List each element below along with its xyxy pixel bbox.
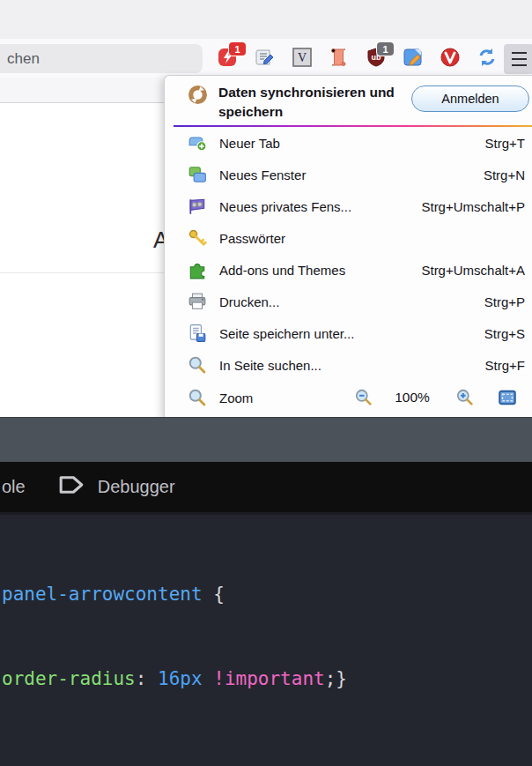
extension-badge: 1: [377, 42, 394, 56]
menu-item-shortcut: Strg+F: [485, 358, 525, 373]
menu-item-zoom: Zoom 100%: [165, 381, 532, 414]
lightning-extension-button[interactable]: 1: [218, 48, 239, 70]
menu-item-new-window[interactable]: Neues Fenster Strg+N: [165, 159, 532, 190]
page-divider: [0, 272, 164, 273]
vimium-extension-button[interactable]: [440, 48, 461, 70]
sync-header-row[interactable]: Daten synchronisieren und speichern Anme…: [165, 76, 532, 125]
new-tab-icon: [188, 133, 207, 152]
menu-item-shortcut: Strg+Umschalt+P: [421, 199, 525, 214]
stylus-icon: [403, 47, 424, 71]
menu-item-label: Passwörter: [219, 231, 285, 246]
menu-item-new-tab[interactable]: Neuer Tab Strg+T: [165, 127, 532, 159]
new-window-icon: [188, 165, 207, 184]
ublock-extension-button[interactable]: ub 1: [366, 48, 387, 70]
sync-arrows-icon: [477, 47, 498, 71]
app-menu-panel: Daten synchronisieren und speichern Anme…: [164, 75, 532, 417]
private-window-icon: [188, 197, 207, 216]
devtools-code-editor[interactable]: panel-arrowcontent { order-radius: 16px …: [0, 515, 532, 766]
tab-console-partial[interactable]: ole: [2, 477, 26, 497]
url-bar[interactable]: chen: [0, 44, 203, 73]
menu-item-passwords[interactable]: Passwörter: [165, 222, 532, 254]
code-line: panel-arrowcontent {: [0, 580, 532, 608]
sync-extension-button[interactable]: [477, 48, 498, 70]
hamburger-menu-button[interactable]: [504, 44, 532, 74]
script-pencil-icon: [255, 47, 276, 71]
menu-item-label: Neues privates Fens...: [219, 199, 351, 214]
menu-item-label: Add-ons und Themes: [219, 263, 345, 278]
sync-header-label: Daten synchronisieren und speichern: [218, 83, 405, 122]
v-square-icon: V: [292, 47, 313, 71]
menu-item-find-in-page[interactable]: In Seite suchen... Strg+F: [165, 349, 532, 381]
zoom-out-button[interactable]: [354, 388, 373, 407]
print-icon: [188, 292, 207, 311]
menu-item-save-page[interactable]: Seite speichern unter... Strg+S: [165, 317, 532, 349]
menu-item-print[interactable]: Drucken... Strg+P: [165, 286, 532, 317]
zoom-level-value[interactable]: 100%: [389, 390, 435, 409]
zoom-magnifier-icon: [188, 388, 207, 407]
fullscreen-button[interactable]: [498, 388, 517, 407]
addons-puzzle-icon: [188, 260, 207, 279]
url-bar-text: chen: [7, 50, 40, 68]
scroll-icon: [329, 47, 350, 71]
menu-item-label: Neuer Tab: [219, 136, 280, 151]
menu-item-shortcut: Strg+T: [485, 136, 525, 151]
v-square-extension-button[interactable]: V: [292, 48, 313, 70]
menu-item-label: In Seite suchen...: [219, 358, 321, 373]
menu-item-shortcut: Strg+P: [484, 294, 525, 309]
passwords-key-icon: [188, 228, 207, 248]
tab-debugger[interactable]: Debugger: [57, 473, 175, 501]
menu-item-label: Seite speichern unter...: [219, 326, 354, 341]
save-page-icon: [188, 324, 207, 343]
hamburger-icon: [512, 52, 527, 54]
debugger-tag-icon: [57, 473, 85, 501]
menu-item-shortcut: Strg+N: [484, 167, 525, 182]
vimium-icon: [440, 47, 461, 71]
extension-toolbar: 1 V ub 1: [218, 44, 498, 74]
devtools-splitter[interactable]: [0, 417, 532, 463]
tab-debugger-label: Debugger: [98, 477, 175, 497]
userscript-extension-button[interactable]: [255, 48, 276, 70]
devtools-tab-bar: ole Debugger: [0, 462, 532, 515]
menu-item-label: Neues Fenster: [219, 167, 306, 182]
menu-item-addons[interactable]: Add-ons und Themes Strg+Umschalt+A: [165, 254, 532, 286]
zoom-label: Zoom: [219, 390, 253, 405]
stylus-extension-button[interactable]: [403, 48, 424, 70]
menu-item-label: Drucken...: [219, 294, 279, 309]
menu-item-private-window[interactable]: Neues privates Fens... Strg+Umschalt+P: [165, 190, 532, 222]
sign-in-button[interactable]: Anmelden: [411, 86, 529, 112]
extension-badge: 1: [229, 42, 246, 56]
sync-donut-icon: [188, 85, 208, 108]
menu-item-shortcut: Strg+S: [484, 326, 525, 341]
menu-item-shortcut: Strg+Umschalt+A: [421, 263, 525, 278]
scroll-extension-button[interactable]: [329, 48, 350, 70]
tab-strip: [0, 0, 532, 39]
code-line: order-radius: 16px !important;}: [0, 665, 532, 693]
code-line-blank: [0, 749, 532, 766]
zoom-in-button[interactable]: [455, 388, 475, 407]
find-magnifier-icon: [188, 355, 207, 375]
svg-text:V: V: [298, 51, 307, 64]
